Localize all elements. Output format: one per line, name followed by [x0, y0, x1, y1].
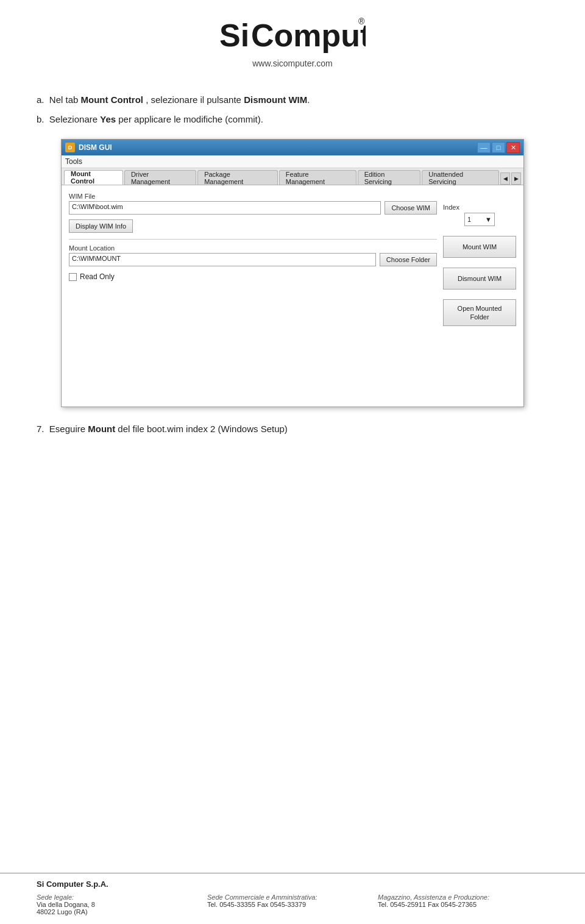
step-b-prefix: b. Selezionare: [37, 114, 100, 124]
footer-col-sede-legale: Sede legale: Via della Dogana, 8 48022 L…: [37, 894, 207, 915]
svg-text:Computer: Computer: [251, 18, 366, 53]
minimize-button[interactable]: —: [477, 142, 491, 153]
step7-bold: Mount: [88, 424, 115, 434]
mount-location-group: Mount Location C:\WIM\MOUNT Choose Folde…: [69, 244, 437, 266]
sede-legale-label: Sede legale:: [37, 894, 207, 901]
read-only-label: Read Only: [80, 272, 115, 281]
mount-location-input[interactable]: C:\WIM\MOUNT: [69, 253, 376, 266]
mount-location-label: Mount Location: [69, 244, 437, 252]
tab-bar: Mount Control Driver Management Package …: [62, 168, 523, 185]
index-section: Index 1 ▼: [443, 204, 516, 226]
wim-file-input[interactable]: C:\WIM\boot.wim: [69, 201, 381, 215]
step-b-suffix: per applicare le modifiche (commit).: [116, 114, 263, 124]
website-url: www.sicomputer.com: [252, 59, 332, 68]
step-a-bold1: Mount Control: [81, 94, 143, 105]
tab-package-management[interactable]: Package Management: [197, 170, 278, 185]
wim-file-row: C:\WIM\boot.wim Choose WIM: [69, 201, 437, 215]
wim-file-group: WIM File C:\WIM\boot.wim Choose WIM Disp…: [69, 193, 437, 233]
header: Si Computer ® www.sicomputer.com: [0, 0, 585, 74]
tools-menu[interactable]: Tools: [65, 157, 82, 166]
footer-columns: Sede legale: Via della Dogana, 8 48022 L…: [37, 894, 548, 915]
footer-col-sede-commerciale: Sede Commerciale e Amministrativa: Tel. …: [207, 894, 378, 915]
svg-text:®: ®: [358, 16, 365, 26]
magazzino-label: Magazzino, Assistenza e Produzione:: [378, 894, 548, 901]
app-empty-space: [69, 326, 516, 399]
step-b-bold: Yes: [100, 114, 116, 124]
instruction-b: b. Selezionare Yes per applicare le modi…: [37, 112, 548, 127]
display-wim-info-button[interactable]: Display WIM Info: [69, 219, 133, 233]
dismount-wim-button[interactable]: Dismount WIM: [443, 268, 516, 290]
app-right: Index 1 ▼ Mount WIM Dismount WIM: [443, 193, 516, 326]
step7-section: 7. Eseguire Mount del file boot.wim inde…: [37, 422, 548, 436]
choose-folder-button[interactable]: Choose Folder: [380, 253, 437, 266]
logo: Si Computer ®: [219, 15, 366, 56]
tab-scroll-left[interactable]: ◀: [500, 172, 510, 185]
menu-bar: Tools: [62, 155, 523, 168]
title-bar-controls[interactable]: — □ ✕: [477, 142, 520, 153]
index-dropdown[interactable]: 1 ▼: [464, 213, 495, 226]
choose-wim-button[interactable]: Choose WIM: [385, 201, 437, 215]
footer-company: Si Computer S.p.A.: [37, 880, 548, 889]
step-a-prefix: a. Nel tab: [37, 94, 81, 105]
tab-driver-management[interactable]: Driver Management: [124, 170, 196, 185]
read-only-row: Read Only: [69, 272, 437, 281]
index-label: Index: [443, 204, 459, 211]
tab-edition-servicing[interactable]: Edition Servicing: [358, 170, 421, 185]
sede-legale-address2: 48022 Lugo (RA): [37, 908, 207, 915]
step7-prefix: 7. Eseguire: [37, 424, 88, 434]
read-only-checkbox[interactable]: [69, 273, 77, 281]
tab-mount-control[interactable]: Mount Control: [64, 170, 123, 185]
sede-legale-address1: Via della Dogana, 8: [37, 901, 207, 908]
footer: Si Computer S.p.A. Sede legale: Via dell…: [0, 873, 585, 924]
section-divider: [69, 239, 437, 240]
title-bar-left: D DISM GUI: [65, 143, 112, 152]
step7-text: 7. Eseguire Mount del file boot.wim inde…: [37, 422, 548, 436]
step-a-mid: , selezionare il pulsante: [143, 94, 244, 105]
app-body: WIM File C:\WIM\boot.wim Choose WIM Disp…: [62, 185, 523, 407]
app-left: WIM File C:\WIM\boot.wim Choose WIM Disp…: [69, 193, 437, 326]
mount-location-row: C:\WIM\MOUNT Choose Folder: [69, 253, 437, 266]
magazzino-tel: Tel. 0545-25911 Fax 0545-27365: [378, 901, 548, 908]
instruction-a: a. Nel tab Mount Control , selezionare i…: [37, 93, 548, 107]
wim-file-label: WIM File: [69, 193, 437, 200]
tab-scroll-right[interactable]: ▶: [511, 172, 521, 185]
display-info-row: Display WIM Info: [69, 219, 437, 233]
app-title: DISM GUI: [79, 143, 112, 152]
step-a-suffix: .: [307, 94, 310, 105]
sede-commerciale-label: Sede Commerciale e Amministrativa:: [207, 894, 378, 901]
main-content: a. Nel tab Mount Control , selezionare i…: [0, 74, 585, 873]
tab-unattended-servicing[interactable]: Unattended Servicing: [422, 170, 499, 185]
logo-svg: Si Computer ®: [219, 15, 366, 54]
app-screenshot: D DISM GUI — □ ✕ Tools Mount Control: [61, 139, 524, 407]
maximize-button[interactable]: □: [492, 142, 505, 153]
sede-commerciale-tel: Tel. 0545-33355 Fax 0545-33379: [207, 901, 378, 908]
dropdown-arrow: ▼: [485, 216, 492, 223]
footer-col-magazzino: Magazzino, Assistenza e Produzione: Tel.…: [378, 894, 548, 915]
close-button[interactable]: ✕: [506, 142, 520, 153]
tab-feature-management[interactable]: Feature Management: [279, 170, 356, 185]
step7-suffix: del file boot.wim index 2 (Windows Setup…: [115, 424, 288, 434]
app-layout: WIM File C:\WIM\boot.wim Choose WIM Disp…: [69, 193, 516, 326]
svg-text:Si: Si: [219, 18, 249, 53]
mount-wim-button[interactable]: Mount WIM: [443, 236, 516, 258]
page-wrapper: Si Computer ® www.sicomputer.com a. Nel …: [0, 0, 585, 924]
step-a-bold2: Dismount WIM: [244, 94, 307, 105]
app-icon: D: [65, 143, 75, 152]
open-mounted-folder-button[interactable]: Open Mounted Folder: [443, 299, 516, 326]
title-bar: D DISM GUI — □ ✕: [62, 140, 523, 155]
